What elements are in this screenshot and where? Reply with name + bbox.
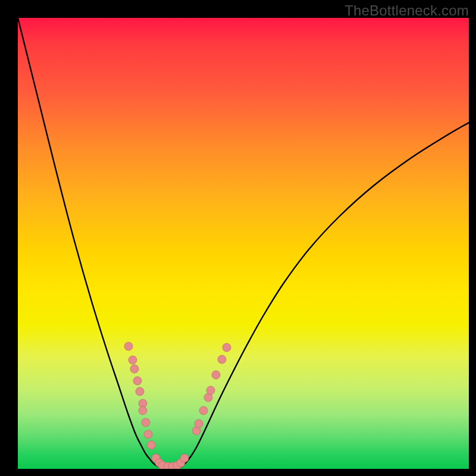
marker-dot [129, 356, 137, 364]
marker-dot [223, 343, 231, 352]
marker-dot [195, 419, 203, 428]
marker-dot [212, 371, 220, 379]
marker-dot [206, 386, 215, 394]
marker-dot [199, 406, 208, 415]
plot-area [18, 18, 469, 469]
marker-dot [218, 355, 226, 364]
chart-frame: TheBottleneck.com [0, 0, 476, 476]
marker-dot [130, 365, 139, 373]
marker-dot [147, 441, 155, 449]
watermark-text: TheBottleneck.com [345, 2, 469, 19]
marker-dot [124, 342, 133, 350]
marker-dot [144, 430, 152, 439]
marker-dot [136, 387, 144, 396]
bottleneck-curve [18, 18, 469, 468]
marker-group [124, 342, 231, 469]
marker-dot [139, 406, 147, 415]
curve-layer [18, 18, 469, 469]
marker-dot [142, 418, 150, 427]
marker-dot [180, 454, 189, 462]
marker-dot [133, 377, 142, 385]
